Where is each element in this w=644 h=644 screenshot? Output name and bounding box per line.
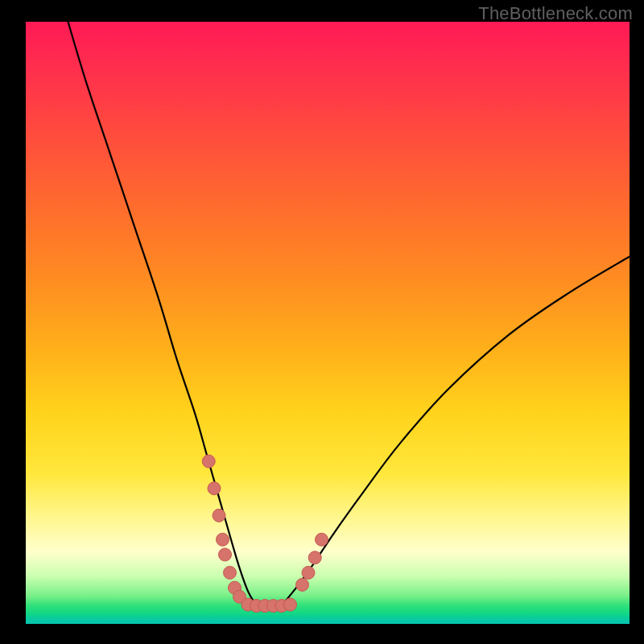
watermark-text: TheBottleneck.com — [478, 3, 633, 24]
marker-dot — [202, 455, 215, 468]
marker-dot — [208, 482, 221, 495]
marker-dot — [213, 509, 225, 522]
marker-dot — [302, 566, 315, 579]
marker-dots — [202, 455, 328, 613]
bottleneck-curve — [68, 22, 630, 607]
curve-svg — [26, 22, 630, 624]
marker-dot — [284, 598, 297, 611]
marker-dot — [316, 533, 328, 546]
marker-dot — [224, 566, 237, 579]
marker-dot — [219, 548, 232, 561]
marker-dot — [217, 533, 229, 546]
gradient-plot-area — [26, 22, 630, 624]
marker-dot — [308, 551, 321, 564]
marker-dot — [296, 578, 309, 591]
chart-stage: TheBottleneck.com — [0, 0, 644, 644]
